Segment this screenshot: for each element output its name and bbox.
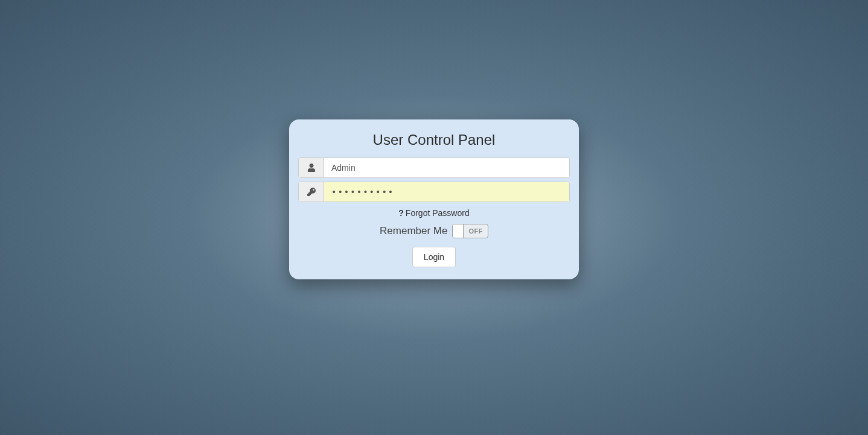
username-input[interactable] <box>324 158 569 177</box>
toggle-state-label: OFF <box>464 227 488 235</box>
login-button[interactable]: Login <box>412 247 456 267</box>
remember-me-label: Remember Me <box>380 225 447 237</box>
forgot-password-label: Forgot Password <box>406 208 470 218</box>
panel-title: User Control Panel <box>298 132 570 148</box>
forgot-password-link[interactable]: ?Forgot Password <box>398 208 469 218</box>
password-input[interactable] <box>324 182 569 202</box>
username-group <box>298 157 570 178</box>
remember-me-row: Remember Me OFF <box>298 224 570 238</box>
forgot-password-row: ?Forgot Password <box>298 208 570 218</box>
question-icon: ? <box>398 208 404 218</box>
user-icon <box>299 158 324 177</box>
key-icon <box>299 182 324 202</box>
password-group <box>298 182 570 202</box>
toggle-knob <box>453 224 464 238</box>
login-panel: User Control Panel ?Forgot Password Reme… <box>289 119 579 279</box>
remember-me-toggle[interactable]: OFF <box>452 224 488 238</box>
